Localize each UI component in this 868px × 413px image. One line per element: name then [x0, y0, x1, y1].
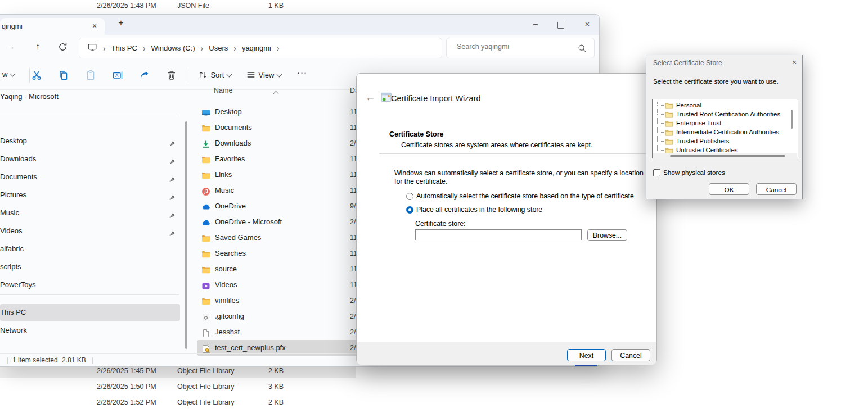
tree-vertical-scrollbar[interactable]: [791, 110, 793, 129]
sidebar-item-scripts[interactable]: scripts: [0, 258, 180, 275]
file-date-fragment: 2/: [350, 308, 356, 324]
radio-place-in-store-label[interactable]: Place all certificates in the following …: [416, 206, 542, 214]
sidebar-item-documents[interactable]: Documents: [0, 169, 180, 185]
certificate-store-input[interactable]: [415, 229, 582, 240]
file-row--gitconfig[interactable]: .gitconfig2/: [197, 308, 367, 324]
file-row-source[interactable]: source11,: [197, 261, 367, 277]
breadcrumb-item[interactable]: Users: [209, 44, 228, 52]
show-physical-stores-checkbox[interactable]: [653, 169, 660, 176]
tree-item-trusted-publishers[interactable]: Trusted Publishers: [653, 137, 798, 146]
wizard-heading: Certificate Store: [389, 130, 444, 138]
paste-icon[interactable]: [85, 70, 96, 81]
file-row-music[interactable]: Music11,: [197, 183, 367, 198]
file-row-videos[interactable]: Videos11,: [197, 277, 367, 293]
file-row-desktop[interactable]: Desktop11,: [197, 104, 367, 120]
sidebar-scrollbar[interactable]: [185, 121, 187, 349]
sidebar-item-desktop[interactable]: Desktop: [0, 133, 180, 149]
show-physical-stores-label[interactable]: Show physical stores: [663, 169, 725, 176]
tree-item-enterprise-trust[interactable]: Enterprise Trust: [653, 119, 798, 128]
file-row-favorites[interactable]: Favorites11,: [197, 151, 367, 167]
copy-icon[interactable]: [58, 70, 69, 81]
tree-horizontal-scrollbar-thumb[interactable]: [670, 155, 785, 157]
search-box[interactable]: [446, 38, 595, 58]
divider: [188, 68, 188, 83]
ok-button[interactable]: OK: [709, 183, 749, 195]
delete-icon[interactable]: [166, 70, 177, 81]
tab-close-icon[interactable]: ×: [89, 21, 100, 31]
file-row-onedrive[interactable]: OneDrive9/: [197, 198, 367, 214]
sidebar-item-this-pc[interactable]: This PC: [0, 304, 180, 321]
sidebar-item-powertoys[interactable]: PowerToys: [0, 276, 180, 293]
file-row-saved-games[interactable]: Saved Games11,: [197, 230, 367, 246]
radio-automatic-store[interactable]: [406, 193, 413, 200]
search-icon[interactable]: [577, 43, 587, 56]
file-name: Music: [215, 183, 234, 198]
tree-item-intermediate-certification-authorities[interactable]: Intermediate Certification Authorities: [653, 128, 798, 137]
back-arrow-icon[interactable]: ←: [363, 92, 377, 103]
close-button[interactable]: ×: [582, 19, 593, 29]
tree-item-personal[interactable]: Personal: [653, 101, 798, 110]
tree-horizontal-scrollbar[interactable]: [653, 153, 797, 158]
new-tab-button[interactable]: +: [115, 18, 127, 29]
tree-item-label: Enterprise Trust: [676, 119, 721, 128]
background-file-row[interactable]: 2/26/2025 1:52 PMObject File Library2 KB: [0, 395, 356, 410]
explorer-tab[interactable]: qingmi ×: [0, 18, 105, 35]
tree-item-label: Trusted Root Certification Authorities: [676, 110, 780, 119]
next-button[interactable]: Next: [567, 349, 606, 361]
sidebar-item-onedrive-account[interactable]: Yaqing - Microsoft: [0, 92, 180, 101]
tree-item-trusted-root-certification-authorities[interactable]: Trusted Root Certification Authorities: [653, 110, 798, 119]
sort-button[interactable]: Sort: [198, 70, 231, 80]
file-row-searches[interactable]: Searches11,: [197, 246, 367, 261]
file-row-documents[interactable]: Documents11,: [197, 120, 367, 135]
file-name: Saved Games: [215, 230, 261, 246]
sort-ascending-icon: [274, 88, 278, 98]
file-row-links[interactable]: Links11,: [197, 167, 367, 183]
breadcrumb-chevron-icon: ›: [277, 44, 280, 53]
cut-icon[interactable]: [31, 70, 42, 81]
downloads-icon: [201, 139, 210, 148]
file-row--lesshst[interactable]: .lesshst2/: [197, 324, 367, 340]
file-name: OneDrive - Microsoft: [215, 214, 282, 230]
sidebar-item-videos[interactable]: Videos: [0, 223, 180, 239]
file-date-fragment: 2/: [350, 293, 356, 308]
refresh-icon[interactable]: [56, 42, 69, 54]
close-icon[interactable]: ×: [789, 58, 799, 67]
file-row-onedrive-microsoft[interactable]: OneDrive - Microsoft2/: [197, 214, 367, 230]
sidebar-item-downloads[interactable]: Downloads: [0, 151, 180, 167]
sidebar-item-network[interactable]: Network: [0, 322, 180, 339]
cancel-button[interactable]: Cancel: [611, 349, 650, 361]
minimize-button[interactable]: –: [530, 19, 541, 28]
breadcrumb: ›This PC›Windows (C:)›Users›yaqingmi›: [79, 38, 442, 58]
forward-icon[interactable]: →: [5, 42, 17, 52]
breadcrumb-item[interactable]: yaqingmi: [242, 44, 271, 52]
sidebar-item-pictures[interactable]: Pictures: [0, 187, 180, 203]
breadcrumb-item[interactable]: This PC: [111, 44, 137, 52]
onedrive-icon: [201, 217, 210, 226]
file-date: 2/26/2025 1:48 PM: [97, 0, 156, 13]
share-icon[interactable]: [139, 70, 150, 81]
dialog-cancel-button[interactable]: Cancel: [756, 183, 797, 195]
file-name: Searches: [215, 246, 246, 261]
more-options-button[interactable]: ···: [297, 67, 307, 77]
this-pc-icon: [87, 42, 97, 55]
file-row-vimfiles[interactable]: vimfiles2/: [197, 293, 367, 308]
search-input[interactable]: [456, 42, 570, 51]
background-file-row[interactable]: 2/26/2025 1:48 PM JSON File 1 KB: [0, 0, 356, 13]
sidebar-item-music[interactable]: Music: [0, 205, 180, 221]
file-row-downloads[interactable]: Downloads2/: [197, 135, 367, 151]
maximize-button[interactable]: [557, 22, 564, 29]
file-icon: [201, 328, 210, 337]
rename-icon[interactable]: A: [112, 70, 123, 81]
column-header-name[interactable]: Name: [214, 87, 232, 94]
view-button[interactable]: View: [246, 70, 281, 80]
sidebar-item-label: Desktop: [0, 137, 27, 145]
background-file-row[interactable]: 2/26/2025 1:50 PMObject File Library3 KB: [0, 379, 356, 394]
up-icon[interactable]: ↑: [32, 42, 44, 52]
breadcrumb-item[interactable]: Windows (C:): [151, 44, 195, 52]
browse-button[interactable]: Browse...: [587, 229, 627, 241]
radio-automatic-store-label[interactable]: Automatically select the certificate sto…: [416, 192, 634, 200]
breadcrumb-chevron-icon: ›: [201, 44, 204, 53]
new-button[interactable]: w: [2, 70, 15, 79]
sidebar-item-aifabric[interactable]: aifabric: [0, 240, 180, 257]
radio-place-in-store[interactable]: [406, 206, 413, 214]
